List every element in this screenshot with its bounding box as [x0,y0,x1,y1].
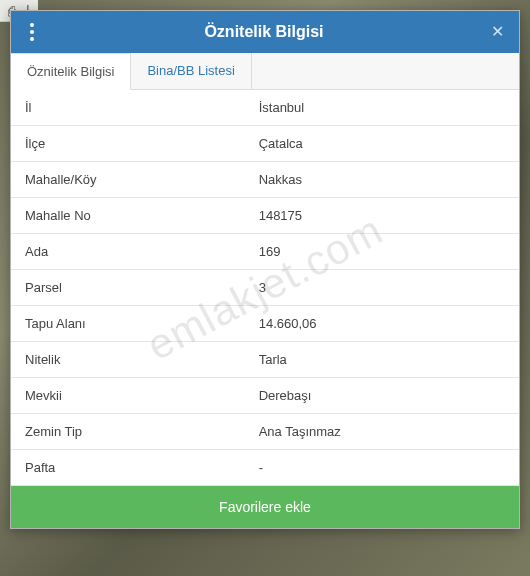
row-key: İl [11,90,245,126]
row-key: Mahalle/Köy [11,162,245,198]
table-row: Pafta- [11,450,519,486]
row-value: Nakkas [245,162,519,198]
attribute-info-modal: Öznitelik Bilgisi ✕ Öznitelik Bilgisi Bi… [10,10,520,529]
modal-header: Öznitelik Bilgisi ✕ [11,11,519,53]
table-row: Parsel3 [11,270,519,306]
add-to-favorites-button[interactable]: Favorilere ekle [11,486,519,528]
more-options-icon[interactable] [23,20,41,44]
modal-title: Öznitelik Bilgisi [41,23,487,41]
row-value: 148175 [245,198,519,234]
row-value: İstanbul [245,90,519,126]
row-key: Parsel [11,270,245,306]
row-value: 14.660,06 [245,306,519,342]
tab-bar: Öznitelik Bilgisi Bina/BB Listesi [11,53,519,90]
row-value: 3 [245,270,519,306]
row-key: Pafta [11,450,245,486]
close-icon[interactable]: ✕ [487,22,507,42]
attribute-table: İlİstanbulİlçeÇatalcaMahalle/KöyNakkasMa… [11,90,519,486]
row-key: Zemin Tip [11,414,245,450]
table-row: NitelikTarla [11,342,519,378]
table-row: İlçeÇatalca [11,126,519,162]
row-value: - [245,450,519,486]
table-row: MevkiiDerebaşı [11,378,519,414]
table-row: Mahalle/KöyNakkas [11,162,519,198]
row-key: Nitelik [11,342,245,378]
table-row: Tapu Alanı14.660,06 [11,306,519,342]
row-key: İlçe [11,126,245,162]
row-key: Tapu Alanı [11,306,245,342]
table-row: Zemin TipAna Taşınmaz [11,414,519,450]
table-row: İlİstanbul [11,90,519,126]
tab-bina-bb-list[interactable]: Bina/BB Listesi [131,53,251,89]
tab-attribute-info[interactable]: Öznitelik Bilgisi [11,53,131,90]
row-value: Çatalca [245,126,519,162]
table-row: Ada169 [11,234,519,270]
row-key: Ada [11,234,245,270]
row-key: Mahalle No [11,198,245,234]
row-value: 169 [245,234,519,270]
table-row: Mahalle No148175 [11,198,519,234]
row-value: Derebaşı [245,378,519,414]
row-key: Mevkii [11,378,245,414]
row-value: Ana Taşınmaz [245,414,519,450]
row-value: Tarla [245,342,519,378]
